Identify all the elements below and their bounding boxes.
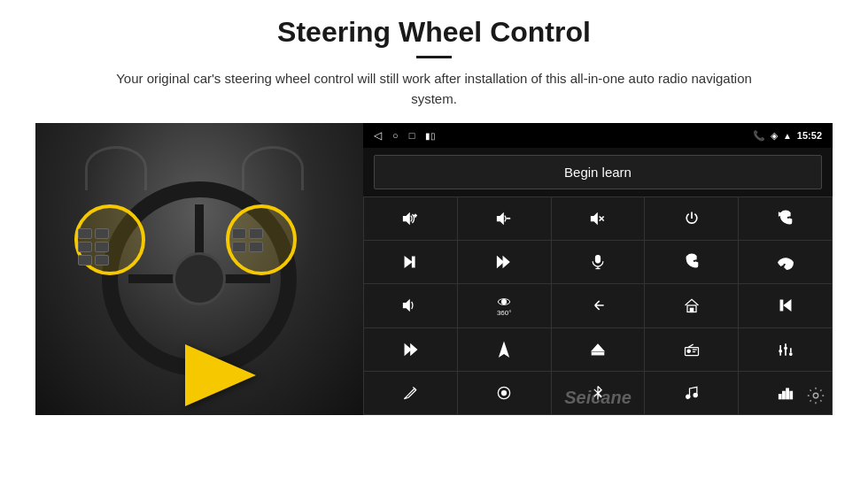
pen-button[interactable]	[364, 372, 457, 414]
sw-btn	[78, 255, 92, 266]
eq-button[interactable]	[739, 328, 832, 371]
svg-point-40	[789, 352, 792, 355]
svg-marker-25	[500, 343, 508, 356]
steering-wheel-image	[35, 123, 363, 415]
call-button[interactable]	[645, 241, 738, 283]
vol-up-button[interactable]: +	[364, 197, 457, 240]
direction-arrow	[185, 344, 256, 406]
controls-grid: + −	[363, 196, 833, 415]
power-button[interactable]	[645, 197, 738, 240]
svg-marker-22	[784, 301, 791, 312]
status-left: ◁ ○ □ ▮▯	[374, 129, 436, 142]
vol-down-button[interactable]: −	[458, 197, 551, 240]
begin-learn-button[interactable]: Begin learn	[374, 155, 822, 189]
eject-button[interactable]	[552, 328, 645, 371]
radio-button[interactable]	[645, 328, 738, 371]
svg-point-29	[687, 350, 690, 352]
recent-nav-icon: □	[409, 130, 415, 141]
hub	[173, 252, 226, 305]
mute-button[interactable]	[552, 197, 645, 240]
begin-learn-row: Begin learn	[363, 148, 833, 196]
time-display: 15:52	[797, 130, 822, 141]
sw-btn	[95, 255, 109, 266]
back-nav-icon: ◁	[374, 129, 382, 142]
title-divider	[416, 56, 452, 58]
sw-btn	[78, 228, 92, 239]
svg-point-34	[779, 350, 782, 352]
svg-point-42	[502, 390, 507, 395]
svg-marker-8	[406, 257, 413, 267]
settings-gear-icon[interactable]	[806, 386, 825, 410]
svg-rect-27	[592, 352, 603, 355]
svg-text:+: +	[415, 212, 418, 218]
svg-marker-24	[411, 344, 417, 355]
hang-up-button[interactable]	[739, 241, 832, 283]
battery-icon: ▮▯	[425, 131, 436, 141]
gps-button[interactable]	[458, 328, 551, 371]
svg-point-37	[784, 347, 787, 350]
home-nav-button[interactable]	[645, 284, 738, 327]
svg-marker-0	[404, 213, 410, 224]
cam360-button[interactable]: 360°	[458, 284, 551, 327]
svg-rect-48	[790, 391, 793, 398]
status-bar: ◁ ○ □ ▮▯ 📞 ◈ ▲ 15:52	[363, 123, 833, 148]
sw-btn	[78, 242, 92, 252]
phone-prev-button[interactable]	[739, 197, 832, 240]
svg-marker-11	[503, 257, 509, 267]
fast-forward-button[interactable]	[364, 328, 457, 371]
sw-btn	[249, 242, 263, 252]
svg-rect-9	[413, 257, 415, 267]
svg-marker-23	[406, 344, 412, 355]
bluetooth-button[interactable]	[552, 372, 645, 414]
back-nav-button[interactable]	[552, 284, 645, 327]
sw-btn	[95, 228, 109, 239]
sw-btn	[95, 242, 109, 252]
svg-point-17	[502, 299, 507, 304]
svg-rect-21	[780, 301, 783, 312]
music-button[interactable]	[645, 372, 738, 414]
sw-btn	[249, 228, 263, 239]
svg-rect-13	[595, 256, 600, 263]
svg-text:−: −	[508, 215, 511, 221]
sw-buttons-right	[232, 228, 263, 252]
android-head-unit: ◁ ○ □ ▮▯ 📞 ◈ ▲ 15:52 Begin learn	[363, 123, 833, 415]
page-title: Steering Wheel Control	[277, 16, 591, 49]
cam360-label: 360°	[497, 295, 512, 317]
mic-button[interactable]	[552, 241, 645, 283]
ff-button[interactable]	[458, 241, 551, 283]
svg-rect-20	[690, 309, 693, 312]
status-right: 📞 ◈ ▲ 15:52	[753, 130, 822, 142]
sw-scene	[35, 123, 363, 415]
svg-point-43	[686, 395, 690, 398]
sw-btn	[232, 228, 246, 239]
sw-btn	[232, 242, 246, 252]
arrow	[185, 344, 256, 406]
svg-marker-2	[498, 213, 504, 224]
sw-buttons-left	[78, 228, 109, 266]
svg-point-44	[694, 393, 697, 396]
home-nav-icon: ○	[392, 130, 399, 141]
phone-status-icon: 📞	[753, 130, 765, 142]
svg-rect-45	[779, 395, 781, 399]
svg-rect-46	[782, 391, 785, 398]
svg-marker-4	[591, 213, 597, 224]
skip-next-button[interactable]	[364, 241, 457, 283]
svg-point-49	[813, 393, 818, 398]
page-container: Steering Wheel Control Your original car…	[0, 0, 868, 485]
page-subtitle: Your original car's steering wheel contr…	[97, 69, 771, 109]
svg-marker-16	[404, 301, 410, 312]
speaker-button[interactable]	[364, 284, 457, 327]
svg-rect-47	[786, 389, 788, 399]
circle-btn[interactable]	[458, 372, 551, 414]
gauge-left	[85, 146, 147, 190]
skip-back-button[interactable]	[739, 284, 832, 327]
location-icon: ◈	[771, 130, 778, 142]
svg-marker-26	[592, 344, 603, 351]
gauge-right	[242, 146, 304, 190]
content-row: ◁ ○ □ ▮▯ 📞 ◈ ▲ 15:52 Begin learn	[35, 123, 833, 415]
wifi-icon: ▲	[783, 131, 792, 141]
